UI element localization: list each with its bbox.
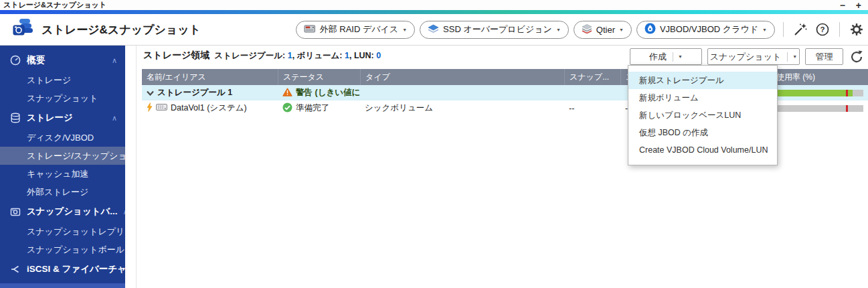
sidebar-item-storage-snapshots[interactable]: ストレージ/スナップショ... bbox=[0, 147, 125, 165]
status-text: 警告 (しきい値に到達) bbox=[296, 87, 360, 98]
page-title: ストレージ&スナップショット bbox=[41, 22, 201, 38]
create-button-label: 作成 bbox=[649, 51, 667, 63]
qtier-button[interactable]: Qtier ▼ bbox=[574, 21, 632, 39]
svg-text:?: ? bbox=[820, 25, 824, 33]
lightning-icon bbox=[147, 102, 153, 114]
pool-count-label: ストレージプール: bbox=[214, 51, 285, 60]
menu-item-new-storage-pool[interactable]: 新規ストレージプール bbox=[628, 72, 777, 89]
gauge-icon bbox=[9, 55, 21, 66]
lun-count-label: LUN: bbox=[354, 51, 374, 60]
header-separator bbox=[783, 22, 784, 37]
ssd-over-provisioning-button[interactable]: SSD オーバープロビジョン ▼ bbox=[420, 21, 569, 39]
qtier-layers-icon bbox=[582, 24, 592, 35]
menu-item-create-vjbod-cloud[interactable]: Create VJBOD Cloud Volume/LUN bbox=[628, 141, 777, 159]
maximize-button[interactable]: + bbox=[856, 1, 861, 9]
snapshot-button[interactable]: スナップショット ▼ bbox=[707, 48, 800, 65]
sidebar-section-label: スナップショットバ... bbox=[27, 206, 118, 218]
threshold-marker bbox=[846, 90, 848, 96]
minimize-button[interactable]: − bbox=[840, 1, 845, 9]
chevron-down-icon: ▼ bbox=[402, 27, 407, 32]
database-icon bbox=[9, 113, 21, 123]
vjbod-cloud-button[interactable]: VJBOD/VJBOD クラウド ▼ bbox=[636, 21, 775, 39]
pool-name: ストレージプール 1 bbox=[157, 87, 232, 98]
sidebar-section-label: 概要 bbox=[27, 54, 45, 66]
chevron-up-icon: ∧ bbox=[112, 56, 117, 65]
chevron-up-icon: ∧ bbox=[123, 208, 125, 216]
menu-item-new-block-based-lun[interactable]: 新しいブロックベースLUN bbox=[628, 106, 777, 124]
sidebar-section-iscsi-fc[interactable]: iSCSI & ファイバーチャ... bbox=[0, 259, 125, 280]
content-divider bbox=[136, 46, 137, 288]
refresh-icon[interactable] bbox=[849, 49, 865, 65]
volume-count-label: ボリューム: bbox=[297, 51, 343, 60]
sidebar-item-external-storage[interactable]: 外部ストレージ bbox=[0, 183, 125, 201]
sidebar-section-overview[interactable]: 概要 ∧ bbox=[0, 50, 125, 71]
content-toolbar: 作成 ▼ スナップショット ▼ 管理 bbox=[630, 48, 865, 65]
pill-label: SSD オーバープロビジョン bbox=[443, 23, 552, 35]
type-cell: シックボリューム bbox=[360, 102, 564, 114]
sidebar-section-label: ストレージ bbox=[27, 112, 73, 124]
app-header: ストレージ&スナップショット 外部 RAID デバイス ▼ bbox=[0, 14, 868, 46]
sidebar-item-snapshot-replica[interactable]: スナップショットレプリカ bbox=[0, 222, 125, 240]
pill-label: VJBOD/VJBOD クラウド bbox=[660, 23, 758, 35]
area-title: ストレージ領域 bbox=[143, 50, 209, 62]
sidebar-item-storage-overview[interactable]: ストレージ bbox=[0, 71, 125, 89]
sidebar-section-label: iSCSI & ファイバーチャ... bbox=[27, 263, 125, 275]
storage-snapshot-window: ストレージ&スナップショット − + ストレージ&スナップショット bbox=[0, 0, 868, 288]
storage-summary: ストレージプール: 1, ボリューム: 1, LUN: 0 bbox=[214, 50, 381, 62]
snapshot-camera-icon bbox=[9, 206, 21, 217]
vjbod-cloud-icon bbox=[644, 23, 656, 36]
magic-wand-icon[interactable] bbox=[792, 21, 809, 38]
column-header-name[interactable]: 名前/エイリアス bbox=[142, 69, 278, 85]
usage-bar bbox=[776, 105, 863, 112]
manage-button[interactable]: 管理 bbox=[805, 48, 843, 65]
threshold-marker bbox=[846, 105, 848, 112]
pill-label: Qtier bbox=[596, 25, 615, 35]
chevron-down-icon: ▼ bbox=[787, 52, 797, 62]
window-title: ストレージ&スナップショット bbox=[3, 0, 106, 10]
ssd-layers-icon bbox=[428, 24, 439, 35]
pill-label: 外部 RAID デバイス bbox=[320, 23, 399, 35]
ready-check-icon bbox=[282, 102, 292, 115]
usage-bar bbox=[776, 90, 863, 96]
sidebar-section-storage[interactable]: ストレージ ∧ bbox=[0, 107, 125, 129]
manage-button-label: 管理 bbox=[816, 51, 833, 63]
menu-item-new-volume[interactable]: 新規ボリューム bbox=[628, 89, 777, 106]
sidebar-item-snapshot-overview[interactable]: スナップショット bbox=[0, 89, 125, 107]
column-header-usage[interactable]: 使用率 (%) bbox=[773, 69, 868, 85]
chevron-down-icon: ▼ bbox=[673, 52, 683, 62]
warning-icon bbox=[282, 88, 292, 98]
column-header-status[interactable]: ステータス bbox=[278, 69, 360, 85]
help-icon[interactable]: ? bbox=[814, 21, 831, 38]
pool-count-value: 1 bbox=[288, 51, 292, 60]
menu-item-create-virtual-jbod[interactable]: 仮想 JBOD の作成 bbox=[628, 124, 777, 141]
sidebar-bottom-strip bbox=[0, 283, 125, 288]
lun-count-value: 0 bbox=[376, 51, 381, 60]
volume-drive-icon bbox=[156, 103, 167, 113]
storage-snapshot-app-icon bbox=[11, 17, 35, 42]
iscsi-arrow-icon bbox=[9, 264, 21, 275]
snapshot-cell: -- bbox=[564, 104, 620, 113]
snapshot-button-label: スナップショット bbox=[710, 51, 781, 63]
chevron-down-icon[interactable] bbox=[147, 88, 154, 98]
usage-fill bbox=[776, 90, 853, 96]
external-raid-device-button[interactable]: 外部 RAID デバイス ▼ bbox=[296, 21, 415, 39]
sidebar-item-snapshot-vault[interactable]: スナップショットボールト bbox=[0, 240, 125, 259]
create-button[interactable]: 作成 ▼ bbox=[630, 48, 702, 65]
gear-icon[interactable] bbox=[848, 21, 865, 38]
sidebar-section-snapshot-backup[interactable]: スナップショットバ... ∧ bbox=[0, 201, 125, 222]
sidebar: 概要 ∧ ストレージ スナップショット ストレージ ∧ ディスク/VJBOD ス… bbox=[0, 46, 125, 288]
header-separator bbox=[839, 22, 840, 37]
chevron-down-icon: ▼ bbox=[556, 27, 561, 32]
column-header-type[interactable]: タイプ bbox=[360, 69, 564, 85]
sidebar-item-cache-acceleration[interactable]: キャッシュ加速 bbox=[0, 165, 125, 183]
create-dropdown-menu: 新規ストレージプール 新規ボリューム 新しいブロックベースLUN 仮想 JBOD… bbox=[628, 65, 778, 165]
sidebar-item-disks-vjbod[interactable]: ディスク/VJBOD bbox=[0, 129, 125, 147]
raid-device-icon bbox=[304, 24, 316, 35]
window-titlebar: ストレージ&スナップショット − + bbox=[0, 0, 868, 10]
volume-count-value: 1 bbox=[345, 51, 349, 60]
volume-name: DataVol1 (システム) bbox=[171, 102, 247, 114]
chevron-down-icon: ▼ bbox=[619, 27, 624, 32]
column-header-snapshot[interactable]: スナップ... bbox=[564, 69, 620, 85]
chevron-down-icon: ▼ bbox=[762, 27, 767, 32]
status-text: 準備完了 bbox=[296, 102, 329, 114]
